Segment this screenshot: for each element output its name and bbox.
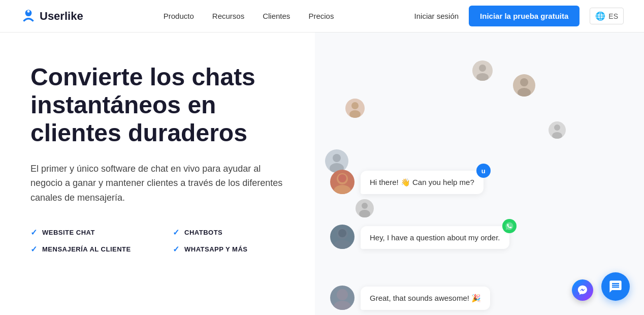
feature-item-whatsapp: ✓ WHATSAPP Y MÁS xyxy=(173,244,295,254)
globe-icon: 🌐 xyxy=(595,11,605,21)
logo[interactable]: Userlike xyxy=(20,8,83,24)
nav-clientes[interactable]: Clientes xyxy=(263,12,290,20)
floating-avatar-4 xyxy=(549,121,566,139)
chat-fab-icon xyxy=(608,279,623,294)
messenger-fab[interactable] xyxy=(572,279,593,301)
lang-label: ES xyxy=(608,12,618,20)
floating-avatar-3 xyxy=(472,60,493,81)
svg-point-7 xyxy=(476,73,489,81)
logo-text: Userlike xyxy=(40,10,83,23)
chat-bubble-3: Great, that sounds awesome! 🎉 xyxy=(361,287,490,310)
hero-left: Convierte los chats instantáneos en clie… xyxy=(0,33,315,315)
svg-point-19 xyxy=(338,229,346,237)
chat-avatar-2 xyxy=(330,225,355,249)
chat-text-1: Hi there! 👋 Can you help me? xyxy=(370,178,474,186)
messenger-icon xyxy=(577,285,588,296)
svg-point-6 xyxy=(479,65,486,72)
svg-point-8 xyxy=(554,124,560,131)
hero-headline: Convierte los chats instantáneos en clie… xyxy=(30,63,295,147)
floating-avatar-1 xyxy=(513,74,535,97)
svg-point-2 xyxy=(520,78,528,86)
feature-label-1: WEBSITE CHAT xyxy=(42,229,95,236)
floating-avatar-2 xyxy=(345,99,365,118)
nav-links: Producto Recursos Clientes Precios xyxy=(164,12,334,20)
features-list: ✓ WEBSITE CHAT ✓ CHATBOTS ✓ MENSAJERÍA A… xyxy=(30,228,295,254)
check-icon-2: ✓ xyxy=(173,228,179,237)
feature-item-mensajeria: ✓ MENSAJERÍA AL CLIENTE xyxy=(30,244,152,254)
nav-right: Iniciar sesión Iniciar la prueba gratuit… xyxy=(414,6,624,26)
svg-point-15 xyxy=(362,203,368,209)
feature-item-website-chat: ✓ WEBSITE CHAT xyxy=(30,228,152,237)
navbar: Userlike Producto Recursos Clientes Prec… xyxy=(0,0,644,33)
svg-point-21 xyxy=(334,301,351,310)
svg-point-16 xyxy=(359,210,370,217)
svg-point-14 xyxy=(338,174,346,182)
nav-precios[interactable]: Precios xyxy=(308,12,334,20)
svg-point-3 xyxy=(518,88,531,97)
svg-point-4 xyxy=(351,102,359,109)
chat-bubble-2: Hey, I have a question about my order. xyxy=(361,226,509,249)
chat-bubble-1: u Hi there! 👋 Can you help me? xyxy=(361,171,484,194)
chat-text-2: Hey, I have a question about my order. xyxy=(370,233,500,242)
login-link[interactable]: Iniciar sesión xyxy=(414,12,459,20)
svg-point-18 xyxy=(334,240,351,249)
nav-recursos[interactable]: Recursos xyxy=(212,12,244,20)
main-content: Convierte los chats instantáneos en clie… xyxy=(0,33,644,315)
userlike-badge: u xyxy=(476,164,491,178)
logo-icon xyxy=(20,8,37,24)
feature-item-chatbots: ✓ CHATBOTS xyxy=(173,228,295,237)
check-icon-1: ✓ xyxy=(30,228,37,237)
feature-label-2: CHATBOTS xyxy=(184,229,222,236)
cta-button[interactable]: Iniciar la prueba gratuita xyxy=(469,6,579,26)
feature-label-3: MENSAJERÍA AL CLIENTE xyxy=(42,245,131,253)
check-icon-4: ✓ xyxy=(173,244,179,254)
floating-avatar-6 xyxy=(356,199,374,217)
svg-point-20 xyxy=(337,289,348,300)
language-selector[interactable]: 🌐 ES xyxy=(590,8,624,24)
svg-point-5 xyxy=(349,110,361,118)
svg-point-1 xyxy=(27,10,30,13)
chat-message-2: Hey, I have a question about my order. xyxy=(330,225,634,249)
svg-point-9 xyxy=(552,132,562,139)
check-icon-3: ✓ xyxy=(30,244,37,254)
hero-right: u Hi there! 👋 Can you help me? xyxy=(315,33,644,315)
feature-label-4: WHATSAPP Y MÁS xyxy=(184,245,248,253)
svg-point-13 xyxy=(334,185,351,194)
hero-subtext: El primer y único software de chat en vi… xyxy=(30,162,284,205)
chat-avatar-1 xyxy=(330,170,355,194)
nav-producto[interactable]: Producto xyxy=(164,12,194,20)
chat-text-3: Great, that sounds awesome! 🎉 xyxy=(370,294,481,302)
chat-fab-button[interactable] xyxy=(601,272,630,301)
whatsapp-badge xyxy=(502,219,517,233)
chat-message-1: u Hi there! 👋 Can you help me? xyxy=(330,170,634,194)
svg-point-10 xyxy=(333,154,341,162)
